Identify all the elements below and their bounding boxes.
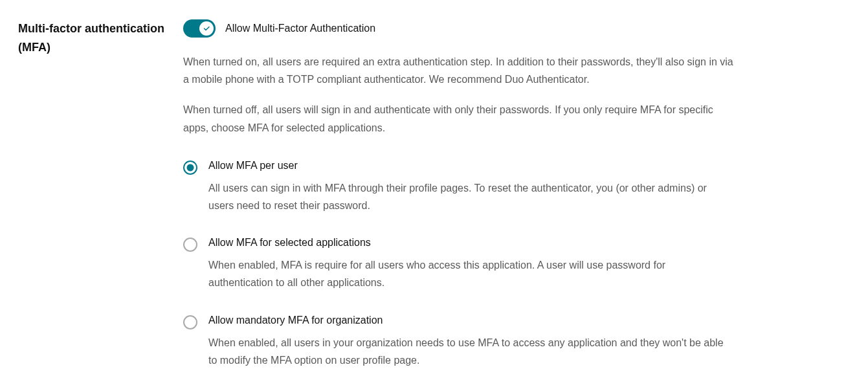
- section-left-column: Multi-factor authentication (MFA): [18, 19, 183, 389]
- radio-label-mandatory-org: Allow mandatory MFA for organization: [208, 315, 738, 326]
- section-right-column: Allow Multi-Factor Authentication When t…: [183, 19, 777, 389]
- mfa-toggle-knob: [199, 21, 214, 36]
- mfa-option-per-user: Allow MFA per user All users can sign in…: [183, 160, 738, 214]
- radio-text-block: Allow MFA per user All users can sign in…: [208, 160, 738, 214]
- mfa-toggle[interactable]: [183, 19, 216, 38]
- mfa-description-off: When turned off, all users will sign in …: [183, 101, 738, 136]
- radio-label-selected-apps: Allow MFA for selected applications: [208, 237, 738, 249]
- radio-per-user[interactable]: [183, 161, 197, 175]
- mfa-options-group: Allow MFA per user All users can sign in…: [183, 160, 738, 369]
- radio-selected-apps[interactable]: [183, 238, 197, 252]
- radio-label-per-user: Allow MFA per user: [208, 160, 738, 172]
- radio-text-block: Allow MFA for selected applications When…: [208, 237, 738, 291]
- radio-desc-mandatory-org: When enabled, all users in your organiza…: [208, 334, 733, 369]
- radio-desc-per-user: All users can sign in with MFA through t…: [208, 179, 733, 214]
- mfa-description-on: When turned on, all users are required a…: [183, 53, 738, 88]
- mfa-toggle-label: Allow Multi-Factor Authentication: [225, 23, 375, 34]
- mfa-option-mandatory-org: Allow mandatory MFA for organization Whe…: [183, 315, 738, 369]
- mfa-settings-section: Multi-factor authentication (MFA) Allow …: [0, 19, 777, 389]
- radio-text-block: Allow mandatory MFA for organization Whe…: [208, 315, 738, 369]
- mfa-toggle-row: Allow Multi-Factor Authentication: [183, 19, 738, 38]
- section-title: Multi-factor authentication (MFA): [18, 19, 170, 57]
- mfa-option-selected-apps: Allow MFA for selected applications When…: [183, 237, 738, 291]
- check-icon: [203, 25, 210, 32]
- radio-desc-selected-apps: When enabled, MFA is require for all use…: [208, 256, 733, 291]
- radio-mandatory-org[interactable]: [183, 315, 197, 329]
